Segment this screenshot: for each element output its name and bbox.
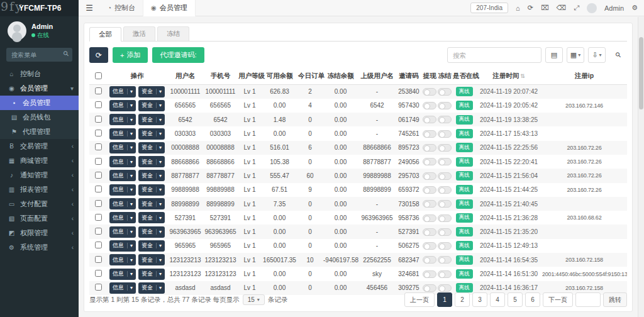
info-dropdown-button[interactable]: 信息▾ — [109, 86, 136, 97]
freeze-toggle[interactable] — [438, 228, 452, 236]
region-select-button[interactable]: 207-India — [470, 3, 508, 13]
row-checkbox[interactable] — [95, 200, 102, 207]
info-dropdown-button[interactable]: 信息▾ — [109, 254, 136, 265]
withdraw-toggle[interactable] — [423, 144, 436, 152]
sidebar-item-permission[interactable]: ◩ 权限管理 ‹ — [0, 226, 79, 240]
tab-active[interactable]: 激活 — [123, 26, 155, 41]
sidebar-item-notify[interactable]: ♪ 通知管理 ‹ — [0, 168, 79, 182]
row-checkbox[interactable] — [95, 270, 102, 277]
add-button[interactable]: +添加 — [113, 47, 148, 63]
sidebar-item-trade[interactable]: Ƀ 交易管理 ‹ — [0, 139, 79, 153]
freeze-toggle[interactable] — [438, 242, 452, 250]
freeze-toggle[interactable] — [438, 88, 452, 96]
sidebar-item-mall[interactable]: ▦ 商城管理 ‹ — [0, 153, 79, 168]
scrollbar-thumb[interactable] — [639, 37, 643, 109]
navbar-username[interactable]: Admin — [604, 4, 624, 12]
freeze-toggle[interactable] — [438, 158, 452, 165]
refresh-icon[interactable]: ⟳ — [528, 4, 533, 12]
page-jump-button[interactable]: 跳转 — [603, 292, 627, 307]
fullscreen-icon[interactable]: ⤢ — [574, 4, 579, 12]
funds-dropdown-button[interactable]: 资金▾ — [138, 226, 165, 238]
row-checkbox[interactable] — [95, 101, 102, 108]
info-dropdown-button[interactable]: 信息▾ — [109, 128, 136, 140]
withdraw-toggle[interactable] — [423, 256, 436, 264]
info-dropdown-button[interactable]: 信息▾ — [109, 114, 136, 125]
funds-dropdown-button[interactable]: 资金▾ — [138, 184, 165, 196]
header-register-time[interactable]: 注册时间⇅ — [476, 68, 541, 85]
funds-dropdown-button[interactable]: 资金▾ — [138, 170, 165, 181]
page-button-3[interactable]: 3 — [472, 292, 487, 307]
page-jump-input[interactable] — [575, 292, 601, 307]
refresh-button[interactable]: ⟳ — [89, 47, 108, 63]
export-button[interactable]: ⇩▾ — [588, 47, 606, 63]
funds-dropdown-button[interactable]: 资金▾ — [138, 269, 165, 280]
info-dropdown-button[interactable]: 信息▾ — [109, 184, 136, 196]
funds-dropdown-button[interactable]: 资金▾ — [138, 128, 165, 140]
freeze-toggle[interactable] — [438, 144, 452, 152]
row-checkbox[interactable] — [95, 158, 102, 165]
freeze-toggle[interactable] — [438, 256, 452, 264]
freeze-toggle[interactable] — [438, 200, 452, 208]
sidebar-item-dashboard[interactable]: ⌂ 控制台 — [0, 67, 79, 81]
row-checkbox[interactable] — [95, 256, 102, 263]
sidebar-item-system[interactable]: ⚙ 系统管理 ‹ — [0, 240, 79, 255]
freeze-toggle[interactable] — [438, 130, 452, 138]
search-button[interactable]: ⚲ — [609, 47, 627, 63]
funds-dropdown-button[interactable]: 资金▾ — [138, 198, 165, 209]
withdraw-toggle[interactable] — [423, 270, 436, 278]
row-checkbox[interactable] — [95, 214, 102, 221]
agent-invite-code-button[interactable]: 代理邀请码: — [152, 47, 204, 63]
funds-dropdown-button[interactable]: 资金▾ — [138, 240, 165, 252]
withdraw-toggle[interactable] — [423, 242, 436, 250]
freeze-toggle[interactable] — [438, 172, 452, 180]
withdraw-toggle[interactable] — [423, 158, 436, 165]
withdraw-toggle[interactable] — [423, 186, 436, 194]
withdraw-toggle[interactable] — [423, 228, 436, 236]
freeze-toggle[interactable] — [438, 186, 452, 194]
tab-frozen[interactable]: 冻结 — [157, 26, 189, 41]
page-button-2[interactable]: 2 — [455, 292, 470, 307]
page-size-select[interactable]: 15▾ — [243, 294, 265, 305]
toggle-view-button[interactable]: ▤ — [545, 47, 563, 63]
sidebar-item-report[interactable]: ▥ 报表管理 ‹ — [0, 182, 79, 197]
row-checkbox[interactable] — [95, 116, 102, 123]
info-dropdown-button[interactable]: 信息▾ — [109, 142, 136, 153]
row-checkbox[interactable] — [95, 186, 102, 192]
sidebar-item-members[interactable]: ◉ 会员管理 ▾ — [0, 81, 79, 96]
freeze-toggle[interactable] — [438, 116, 452, 123]
table-search-input[interactable] — [447, 47, 541, 63]
sidebar-subitem-members[interactable]: ▪ 会员管理 — [0, 96, 79, 110]
freeze-toggle[interactable] — [438, 214, 452, 222]
info-dropdown-button[interactable]: 信息▾ — [109, 100, 136, 111]
sidebar-subitem-agent[interactable]: ⚑ 代理管理 — [0, 125, 79, 139]
sidebar-item-payment[interactable]: ▭ 支付配置 ‹ — [0, 197, 79, 211]
info-dropdown-button[interactable]: 信息▾ — [109, 226, 136, 238]
withdraw-toggle[interactable] — [423, 214, 436, 222]
navbar-avatar[interactable] — [587, 3, 597, 13]
row-checkbox[interactable] — [95, 284, 102, 291]
cogs-icon[interactable]: ⚙ — [631, 4, 638, 12]
funds-dropdown-button[interactable]: 资金▾ — [138, 254, 165, 265]
freeze-toggle[interactable] — [438, 102, 452, 109]
row-checkbox[interactable] — [95, 242, 102, 248]
withdraw-toggle[interactable] — [423, 88, 436, 96]
info-dropdown-button[interactable]: 信息▾ — [109, 198, 136, 209]
funds-dropdown-button[interactable]: 资金▾ — [138, 156, 165, 167]
row-checkbox[interactable] — [95, 228, 102, 235]
clear-cache-icon[interactable]: ⌫ — [557, 4, 567, 12]
info-dropdown-button[interactable]: 信息▾ — [109, 240, 136, 252]
home-icon[interactable]: ⌂ — [516, 4, 520, 12]
navtab-dashboard[interactable]: ◔ 控制台 — [100, 0, 143, 16]
withdraw-toggle[interactable] — [423, 200, 436, 208]
columns-button[interactable]: ▦▾ — [567, 47, 584, 63]
page-button-4[interactable]: 4 — [490, 292, 505, 307]
sidebar-item-page-config[interactable]: ▧ 页面配置 ‹ — [0, 211, 79, 226]
funds-dropdown-button[interactable]: 资金▾ — [138, 86, 165, 97]
row-checkbox[interactable] — [95, 130, 102, 136]
next-page-button[interactable]: 下一页 — [543, 292, 573, 307]
page-button-5[interactable]: 5 — [508, 292, 523, 307]
sidebar-subitem-wallet[interactable]: ▤ 会员钱包 — [0, 110, 79, 125]
funds-dropdown-button[interactable]: 资金▾ — [138, 114, 165, 125]
withdraw-toggle[interactable] — [423, 102, 436, 109]
select-all-checkbox[interactable] — [95, 72, 102, 79]
